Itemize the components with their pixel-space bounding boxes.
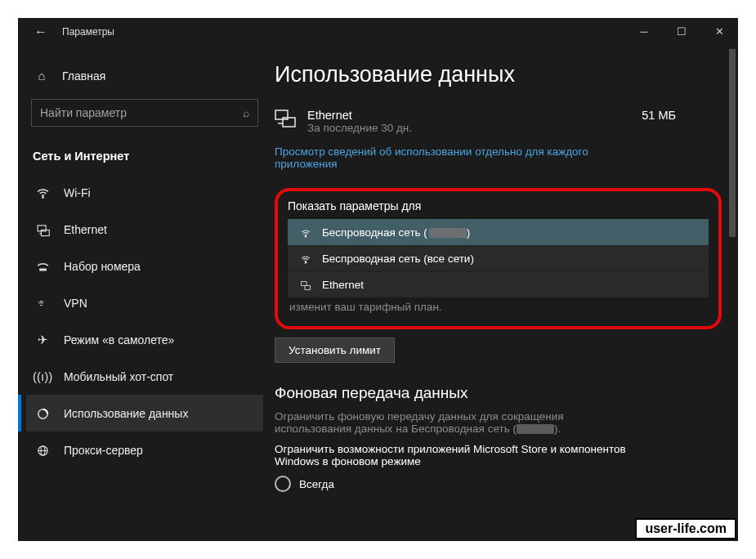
dropdown-option-text: Беспроводная сеть (все сети) — [322, 253, 474, 265]
dropdown-option-text: Беспроводная сеть () — [322, 226, 470, 239]
wifi-icon — [297, 226, 314, 238]
scrollbar-thumb[interactable] — [729, 49, 736, 237]
ethernet-icon — [275, 109, 302, 133]
vpn-icon: ᯤ — [33, 296, 52, 310]
svg-rect-17 — [305, 286, 311, 290]
background-data-description: Ограничить фоновую передачу данных для с… — [275, 410, 634, 435]
page-title: Использование данных — [275, 62, 722, 87]
dropdown-option-text: Ethernet — [322, 279, 364, 291]
sidebar-item-airplane[interactable]: ✈ Режим «в самолете» — [26, 321, 263, 358]
network-summary: Ethernet За последние 30 дн. 51 МБ — [275, 109, 722, 134]
set-limit-button[interactable]: Установить лимит — [275, 338, 395, 363]
redacted-ssid — [517, 424, 554, 434]
sidebar-item-data-usage[interactable]: Использование данных — [26, 395, 263, 432]
network-name: Ethernet — [307, 109, 642, 122]
sidebar-item-label: VPN — [64, 297, 87, 310]
dropdown-highlight: Показать параметры для Беспроводная сеть… — [275, 188, 722, 329]
sidebar-item-label: Прокси-сервер — [64, 444, 143, 457]
sidebar: ⌂ Главная Найти параметр ⌕ Сеть и Интерн… — [18, 46, 271, 541]
watermark: user-life.com — [635, 518, 736, 539]
wifi-icon — [33, 185, 52, 200]
network-usage: 51 МБ — [642, 109, 722, 122]
radio-always[interactable]: Всегда — [275, 476, 722, 492]
back-button[interactable]: ← — [31, 25, 51, 39]
dropdown-option-wireless-all[interactable]: Беспроводная сеть (все сети) — [288, 245, 709, 271]
settings-window: ← Параметры ─ ☐ ✕ ⌂ Главная Найти параме… — [18, 18, 738, 541]
sidebar-item-hotspot[interactable]: ((ı)) Мобильный хот-спот — [26, 358, 263, 395]
dropdown-option-ethernet[interactable]: Ethernet — [288, 271, 709, 297]
plan-change-note: изменит ваш тарифный план. — [289, 301, 709, 313]
window-title: Параметры — [62, 26, 114, 38]
titlebar: ← Параметры ─ ☐ ✕ — [18, 18, 738, 46]
search-input[interactable]: Найти параметр ⌕ — [31, 99, 258, 127]
scrollbar[interactable]: ▼ — [727, 46, 738, 541]
sidebar-item-label: Ethernet — [64, 223, 107, 236]
search-icon: ⌕ — [243, 106, 249, 119]
svg-point-14 — [305, 235, 306, 236]
svg-rect-16 — [302, 282, 307, 286]
dialup-icon — [33, 258, 52, 274]
sidebar-item-dialup[interactable]: Набор номера — [26, 248, 263, 284]
dropdown-label: Показать параметры для — [288, 199, 709, 212]
data-usage-icon — [33, 405, 52, 421]
search-placeholder: Найти параметр — [40, 106, 243, 119]
svg-point-15 — [305, 262, 306, 263]
background-data-title: Фоновая передача данных — [275, 384, 722, 402]
network-dropdown[interactable]: Беспроводная сеть () Беспроводная сеть (… — [288, 219, 709, 297]
sidebar-home-label: Главная — [62, 69, 105, 83]
sidebar-item-wifi[interactable]: Wi-Fi — [26, 174, 263, 211]
ethernet-icon — [297, 279, 314, 291]
sidebar-item-label: Набор номера — [64, 260, 141, 273]
content-pane: Использование данных Ethernet За последн… — [271, 46, 738, 541]
hotspot-icon: ((ı)) — [33, 369, 52, 383]
sidebar-item-label: Wi-Fi — [64, 186, 91, 199]
svg-point-6 — [44, 269, 46, 271]
sidebar-item-label: Режим «в самолете» — [64, 333, 174, 347]
sidebar-home[interactable]: ⌂ Главная — [26, 60, 263, 91]
redacted-ssid — [429, 228, 467, 238]
sidebar-item-proxy[interactable]: Прокси-сервер — [26, 432, 263, 468]
maximize-button[interactable]: ☐ — [663, 18, 700, 46]
per-app-usage-link[interactable]: Просмотр сведений об использовании отдел… — [275, 145, 651, 170]
dropdown-option-wireless-specific[interactable]: Беспроводная сеть () — [288, 219, 709, 245]
sidebar-item-label: Мобильный хот-спот — [64, 370, 173, 383]
svg-point-0 — [42, 197, 42, 198]
radio-icon — [275, 476, 291, 492]
sidebar-item-label: Использование данных — [64, 407, 188, 420]
globe-icon — [33, 442, 52, 458]
minimize-button[interactable]: ─ — [625, 18, 663, 46]
airplane-icon: ✈ — [33, 333, 52, 347]
home-icon: ⌂ — [33, 69, 51, 83]
close-button[interactable]: ✕ — [700, 18, 738, 46]
ethernet-icon — [33, 221, 52, 237]
svg-point-5 — [42, 269, 43, 271]
radio-always-label: Всегда — [299, 478, 334, 490]
sidebar-item-ethernet[interactable]: Ethernet — [26, 211, 263, 248]
svg-point-4 — [39, 269, 41, 271]
sidebar-category: Сеть и Интернет — [26, 145, 263, 174]
wifi-icon — [297, 253, 314, 265]
network-period: За последние 30 дн. — [307, 122, 642, 134]
sidebar-item-vpn[interactable]: ᯤ VPN — [26, 284, 263, 321]
restrict-label: Ограничить возможности приложений Micros… — [275, 443, 634, 467]
